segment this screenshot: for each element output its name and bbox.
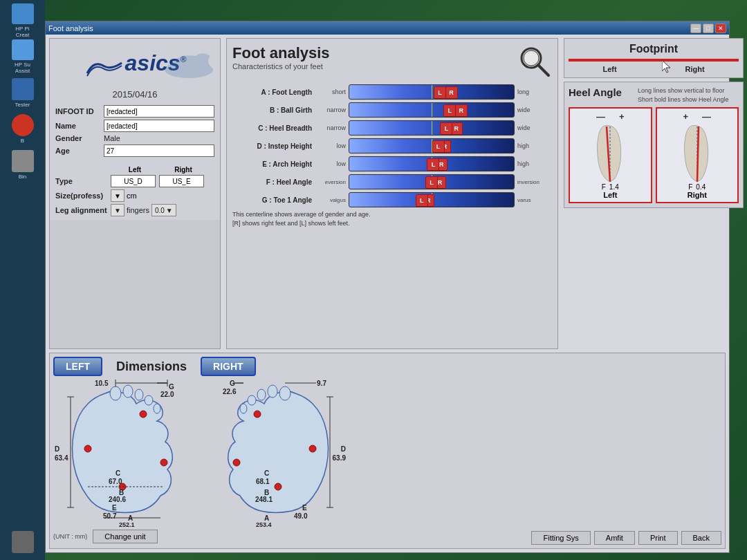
left-c-label: C [116,469,120,477]
footprint-labels: Left Right [569,65,739,73]
heel-left-diagram: — + [569,107,652,203]
left-c-value: 67.0 [109,478,122,485]
bar-c-track: R L [349,120,515,136]
window-title: Foot analysis [48,24,93,32]
footprint-right-label: Right [685,65,704,73]
name-label: Name [55,122,104,130]
leg-row: Leg alignment ▼ fingers 0.0▼ [55,204,214,216]
change-unit-button[interactable]: Change unit [93,530,157,543]
svg-point-35 [233,459,240,466]
taskbar-icon-hp-sup[interactable]: HP SuAssist [6,39,40,74]
right-b-value: 248.1 [255,496,273,503]
leg-value-dropdown[interactable]: 0.0▼ [151,204,176,216]
date-display: 2015/04/16 [50,87,220,102]
magnifier-icon [517,44,552,79]
centerline-note-1: This centerline shows average of gender … [232,210,552,219]
infoot-id-label: INFOOT ID [55,107,104,115]
size-left-dropdown[interactable]: ▼ [111,189,124,202]
type-left-input[interactable] [111,175,156,187]
bar-a-left: short [315,88,346,95]
centerline-note: This centerline shows average of gender … [232,210,552,227]
minimize-button[interactable]: — [690,24,701,33]
bar-a-marker-l: L [434,86,446,99]
bar-e-label: E : Arch Height [232,160,312,168]
bar-a-label: A : Foot Length [232,88,312,96]
right-g-value: 22.6 [223,388,236,395]
bar-f-right: inversion [517,179,552,185]
bar-a-track: R L [349,84,515,100]
gender-row: Gender Male [55,134,214,142]
bar-row-g: G : Toe 1 Angle valgus R L varus [232,192,552,207]
size-row: Size(profess) ▼ cm [55,189,214,202]
bar-b-left: narrow [315,106,346,113]
right-foot-diagram: D 63.9 B 248.1 A 253.4 G 22.6 9.7 C 68.1 [202,380,347,525]
analysis-title-block: Foot analysis Characteristics of your fe… [232,44,330,71]
bar-f-track: R L [349,174,515,189]
analysis-subtitle: Characteristics of your feet [232,62,330,71]
left-header: Left [111,166,159,174]
age-input[interactable] [104,144,214,157]
footer-row: (UNIT : mm) Change unit Fitting Sys Amfi… [53,528,721,545]
footprint-panel: Footprint Left Rig [564,38,744,78]
taskbar-icon-search[interactable] [6,525,40,560]
bar-a-marker-r: R [445,86,458,99]
svg-marker-4 [662,60,670,73]
heel-right-foot-svg [673,123,721,182]
type-label: Type [55,177,111,185]
left-foot-diagram: D 63.4 B 240.6 A 252.1 10.5 G 22.0 C 67. [53,380,199,525]
bar-e-right: high [517,160,552,167]
bars-container: A : Foot Length short R L long B : Ball … [232,84,552,207]
name-input[interactable] [104,120,214,132]
heel-left-value: 1.4 [609,183,619,191]
heel-note: Long lines show vertical to floor Short … [638,86,729,104]
svg-point-29 [257,389,266,400]
heel-right-foot-label: Right [688,191,707,199]
type-right-input[interactable] [159,175,204,187]
window-content: asics® 2015/04/16 INFOOT ID [46,35,729,552]
bar-c-right: wide [517,124,552,131]
bar-f-label: F : Heel Angle [232,178,312,186]
footprint-title: Footprint [569,43,739,55]
svg-point-11 [135,389,143,400]
taskbar-icon-bin[interactable]: Bin [6,147,40,182]
heel-left-signs: — + [596,111,625,122]
left-e-value: 50.7 [103,512,116,520]
right-button[interactable]: RIGHT [201,357,256,376]
right-d-value: 63.9 [333,454,346,462]
bar-e-marker-l: L [427,158,439,171]
right-header: Right [159,166,208,174]
back-button[interactable]: Back [681,531,721,545]
dimensions-content: D 63.4 B 240.6 A 252.1 10.5 G 22.0 C 67. [53,380,721,525]
leg-label: Leg alignment [55,206,111,214]
left-panel: asics® 2015/04/16 INFOOT ID [49,38,221,349]
shoe-watermark-icon [161,46,216,80]
maximize-button[interactable]: □ [703,24,714,33]
heel-content: — + [569,107,739,203]
leg-dropdown[interactable]: ▼ [111,204,124,216]
left-button[interactable]: LEFT [53,357,102,376]
svg-point-31 [240,404,247,413]
infoot-id-input[interactable] [104,105,214,118]
analysis-title: Foot analysis [232,44,330,62]
size-unit: cm [127,192,137,200]
close-button[interactable]: ✕ [715,24,726,33]
taskbar-icon-b[interactable]: B [6,111,40,146]
age-row: Age [55,144,214,157]
bar-d-label: D : Instep Height [232,142,312,150]
right-c-value: 68.1 [256,478,269,485]
svg-line-3 [538,65,548,75]
heel-right-value: 0.4 [696,183,706,191]
svg-point-13 [154,404,160,413]
svg-point-10 [123,385,133,398]
taskbar-icon-hp-pi[interactable]: HP PiCreat [6,3,40,38]
heel-left-foot-label: Left [603,191,617,199]
left-d-value: 63.4 [55,454,68,462]
amfit-button[interactable]: Amfit [594,531,635,545]
taskbar-icon-tester[interactable]: Tester [6,75,40,110]
print-button[interactable]: Print [638,531,678,545]
bar-b-marker-l: L [443,104,456,117]
bar-b-track: R L [349,102,515,118]
bar-c-label: C : Heel Breadth [232,124,312,132]
svg-point-2 [524,50,539,66]
fitting-sys-button[interactable]: Fitting Sys [531,531,590,545]
